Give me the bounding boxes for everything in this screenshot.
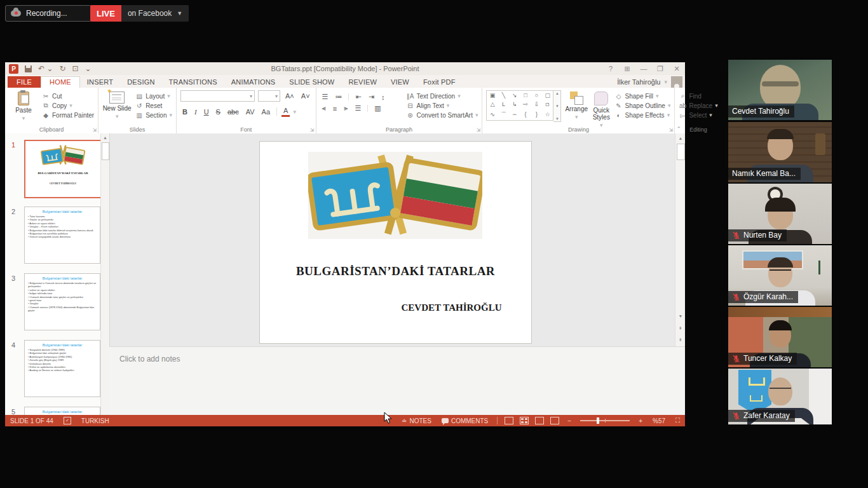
select-button[interactable]: ▻Select▾: [679, 111, 717, 119]
paragraph-dialog-launcher[interactable]: ⇲: [477, 127, 481, 133]
font-size-combo[interactable]: ▾: [258, 90, 280, 102]
tab-animations[interactable]: ANIMATIONS: [224, 76, 283, 88]
arc-shape-icon[interactable]: ⌒: [501, 111, 506, 119]
slide-title[interactable]: BULGARİSTAN’DAKİ TATARLAR: [260, 264, 531, 278]
bullets-icon[interactable]: ☰: [320, 92, 330, 102]
shape-outline-button[interactable]: ✎Shape Outline▾: [615, 102, 671, 109]
video-tile-cevdet[interactable]: Cevdet Tahiroğlu: [728, 60, 832, 120]
thumbnail-slide-4[interactable]: Bulgaristan’daki tatarlar Sosyalizm döne…: [24, 340, 100, 397]
reset-button[interactable]: ↺Reset: [135, 102, 172, 109]
scroll-down-icon[interactable]: ▼: [675, 311, 685, 320]
zoom-out-icon[interactable]: −: [562, 417, 576, 424]
align-right-icon[interactable]: ⫸: [342, 104, 349, 113]
quick-styles-button[interactable]: Quick Styles▾: [592, 90, 611, 128]
line-spacing-icon[interactable]: ↕: [379, 93, 387, 102]
tab-home[interactable]: HOME: [41, 76, 80, 88]
redo-icon[interactable]: ↻: [59, 65, 65, 72]
triangle-shape-icon[interactable]: △: [491, 101, 495, 107]
format-painter-button[interactable]: ◆Format Painter: [42, 111, 94, 119]
spellcheck-icon[interactable]: ✓: [58, 417, 76, 424]
video-tile-namik[interactable]: Namık Kemal Ba...: [728, 122, 832, 182]
video-tile-zafer[interactable]: Zafer Karatay: [728, 369, 832, 424]
tab-insert[interactable]: INSERT: [80, 76, 120, 88]
previous-slide-icon[interactable]: ⇞: [675, 324, 685, 333]
copy-button[interactable]: ⧉Copy▾: [42, 102, 94, 109]
convert-smartart-button[interactable]: ⊛Convert to SmartArt▾: [407, 111, 478, 119]
change-case-button[interactable]: Aa: [260, 107, 272, 116]
new-slide-button[interactable]: New Slide▾: [102, 90, 132, 119]
zoom-level[interactable]: %57: [648, 417, 670, 424]
video-tile-ozgur[interactable]: Özgür Karah...: [728, 245, 832, 306]
brace-right-shape-icon[interactable]: }: [536, 111, 538, 118]
tab-review[interactable]: REVIEW: [341, 76, 384, 88]
wave-shape-icon[interactable]: ∼: [512, 111, 517, 118]
text-direction-button[interactable]: ∥AText Direction▾: [407, 92, 478, 100]
character-spacing-button[interactable]: AV: [244, 107, 257, 116]
justify-icon[interactable]: ☰: [353, 104, 363, 113]
replace-button[interactable]: abReplace▾: [679, 102, 717, 109]
drawing-dialog-launcher[interactable]: ⇲: [669, 127, 674, 133]
next-slide-icon[interactable]: ⇟: [675, 336, 685, 344]
increase-indent-icon[interactable]: ⇥: [367, 92, 376, 102]
customize-qat-icon[interactable]: ⌄: [85, 65, 92, 72]
live-stream-indicator[interactable]: LIVE on Facebook ▼: [90, 5, 189, 22]
star-shape-icon[interactable]: ☆: [545, 111, 550, 118]
close-icon[interactable]: ✕: [668, 62, 685, 75]
tab-view[interactable]: VIEW: [384, 76, 416, 88]
arrow-shape-icon[interactable]: ↘: [512, 92, 517, 98]
callout-shape-icon[interactable]: 🗅: [545, 101, 550, 107]
paste-button[interactable]: Paste▾: [9, 90, 38, 121]
strikethrough-button[interactable]: abc: [226, 107, 241, 116]
thumbnail-slide-5[interactable]: Bulgaristan’daki tatarlar: [24, 407, 100, 415]
clipboard-dialog-launcher[interactable]: ⇲: [92, 127, 97, 133]
thumbnail-scrollbar[interactable]: ▲: [100, 133, 109, 415]
section-button[interactable]: ▥Section▾: [135, 111, 172, 119]
zoom-slider-thumb[interactable]: [597, 417, 599, 424]
underline-button[interactable]: U: [202, 107, 211, 116]
textbox-shape-icon[interactable]: ▣: [490, 92, 496, 98]
minimize-icon[interactable]: —: [635, 62, 652, 75]
down-arrow-shape-icon[interactable]: ⇩: [534, 101, 539, 107]
brace-left-shape-icon[interactable]: {: [525, 111, 527, 118]
zoom-in-icon[interactable]: +: [634, 417, 648, 424]
shape-fill-button[interactable]: ◇Shape Fill▾: [615, 92, 671, 100]
decrease-indent-icon[interactable]: ⇤: [353, 92, 363, 102]
tab-foxit-pdf[interactable]: Foxit PDF: [416, 76, 463, 88]
ribbon-display-options-icon[interactable]: ⊞: [619, 62, 635, 75]
shape-effects-button[interactable]: ◐Shape Effects▾: [615, 111, 671, 119]
elbow-shape-icon[interactable]: L: [502, 101, 505, 107]
increase-font-icon[interactable]: A˄: [283, 92, 296, 100]
account-menu[interactable]: İlker Tahiroğlu ▾: [617, 76, 685, 88]
font-color-button[interactable]: A: [281, 106, 290, 117]
tab-file[interactable]: FILE: [8, 76, 41, 88]
notes-pane[interactable]: Click to add notes: [109, 346, 685, 415]
arrange-button[interactable]: Arrange▾: [565, 90, 588, 120]
scroll-up-icon[interactable]: ▲: [101, 133, 109, 142]
comments-toggle[interactable]: COMMENTS: [437, 417, 493, 424]
start-presentation-icon[interactable]: ⊡: [72, 65, 79, 72]
decrease-font-icon[interactable]: A˅: [299, 92, 312, 100]
undo-icon[interactable]: ↶ ⌄: [38, 65, 53, 72]
live-target[interactable]: on Facebook ▼: [121, 5, 189, 22]
tab-slide-show[interactable]: SLIDE SHOW: [282, 76, 341, 88]
thumbnail-slide-1[interactable]: BULGARİSTAN’DAKİ TATARLAR CEVDET TAHİROĞ…: [24, 140, 102, 198]
shape-gallery-scrollbar[interactable]: ▲▼▼: [553, 90, 561, 122]
language-indicator[interactable]: TURKISH: [76, 417, 114, 424]
find-button[interactable]: ⌕Find: [679, 92, 717, 100]
save-icon[interactable]: [25, 65, 32, 72]
oval-shape-icon[interactable]: ○: [535, 92, 538, 98]
numbering-icon[interactable]: ≔: [333, 92, 344, 102]
font-dialog-launcher[interactable]: ⇲: [310, 127, 315, 133]
recording-indicator[interactable]: Recording...: [5, 5, 92, 22]
slide-canvas[interactable]: BULGARİSTAN’DAKİ TATARLAR CEVDET TAHİROĞ…: [259, 141, 532, 344]
bold-button[interactable]: B: [180, 107, 189, 116]
thumbnail-slide-2[interactable]: Bulgaristan’daki tatarlar Tatar kavramıG…: [24, 207, 100, 264]
tab-design[interactable]: DESIGN: [120, 76, 161, 88]
shape-gallery[interactable]: ▣╲ ↘□ ○▢ △L ↳⇨ ⇩🗅 ∿⌒ ∼{ }☆: [486, 90, 553, 121]
slideshow-view-icon[interactable]: [550, 417, 559, 424]
block-arrow-shape-icon[interactable]: ⇨: [523, 101, 528, 107]
notes-toggle[interactable]: ≐NOTES: [397, 417, 437, 424]
scrollbar-thumb[interactable]: [677, 144, 685, 160]
slide-sorter-view-icon[interactable]: [520, 417, 529, 424]
align-left-icon[interactable]: ⫷: [320, 104, 328, 113]
